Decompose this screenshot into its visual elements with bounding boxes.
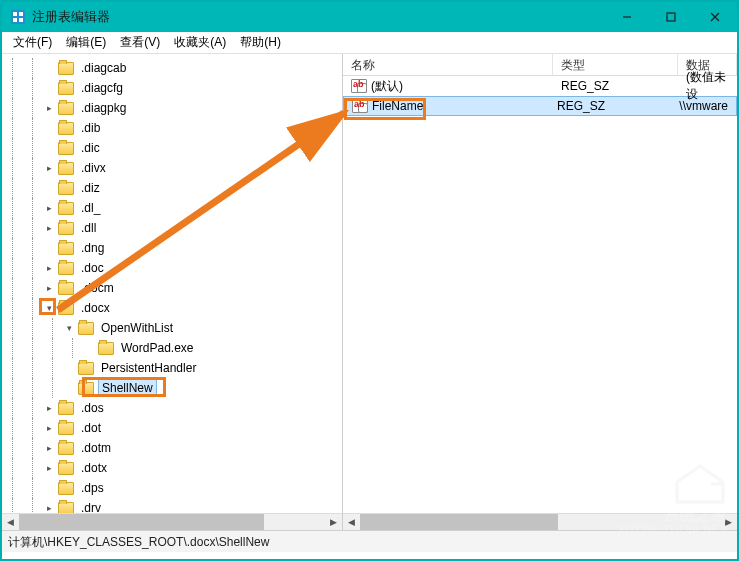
tree-item[interactable]: ▸.dot	[2, 418, 342, 438]
folder-icon	[58, 202, 74, 215]
tree-item-label: ShellNew	[98, 379, 157, 397]
tree-item[interactable]: ShellNew	[2, 378, 342, 398]
tree-item[interactable]: ▸.dotm	[2, 438, 342, 458]
folder-icon	[58, 62, 74, 75]
menu-favorites[interactable]: 收藏夹(A)	[167, 32, 233, 53]
scrollbar-thumb[interactable]	[360, 514, 558, 530]
expand-icon[interactable]: ▸	[42, 101, 56, 115]
tree-item-label: .dll	[78, 220, 99, 236]
expand-icon[interactable]: ▸	[42, 421, 56, 435]
tree-item-label: .docm	[78, 280, 117, 296]
expand-icon[interactable]: ▸	[42, 221, 56, 235]
tree-item[interactable]: ▸.dl_	[2, 198, 342, 218]
folder-icon	[58, 102, 74, 115]
expand-icon[interactable]: ▸	[42, 261, 56, 275]
tree-item[interactable]: ▾OpenWithList	[2, 318, 342, 338]
scroll-left-icon[interactable]: ◀	[343, 514, 360, 531]
tree-item[interactable]: .diz	[2, 178, 342, 198]
tree-item[interactable]: ▸.diagpkg	[2, 98, 342, 118]
svg-rect-3	[13, 18, 17, 22]
tree-item[interactable]: .diagcfg	[2, 78, 342, 98]
tree-item[interactable]: .diagcab	[2, 58, 342, 78]
tree-pane: .diagcab.diagcfg▸.diagpkg.dib.dic▸.divx.…	[2, 54, 343, 530]
minimize-button[interactable]	[605, 2, 649, 32]
tree-item[interactable]: .dic	[2, 138, 342, 158]
folder-icon	[78, 382, 94, 395]
menu-edit[interactable]: 编辑(E)	[59, 32, 113, 53]
tree-item[interactable]: .dng	[2, 238, 342, 258]
folder-icon	[78, 362, 94, 375]
tree-item-label: .dotx	[78, 460, 110, 476]
expand-icon[interactable]: ▸	[42, 201, 56, 215]
tree-item-label: .dot	[78, 420, 104, 436]
tree-item-label: OpenWithList	[98, 320, 176, 336]
tree-item-label: .divx	[78, 160, 109, 176]
folder-icon	[98, 342, 114, 355]
scroll-left-icon[interactable]: ◀	[2, 514, 19, 531]
value-row[interactable]: FileNameREG_SZ\\vmware	[343, 96, 737, 116]
tree-item[interactable]: WordPad.exe	[2, 338, 342, 358]
tree-item-label: .dl_	[78, 200, 103, 216]
svg-rect-1	[13, 12, 17, 16]
expand-icon[interactable]: ▸	[42, 461, 56, 475]
menu-file[interactable]: 文件(F)	[6, 32, 59, 53]
close-button[interactable]	[693, 2, 737, 32]
scrollbar-thumb[interactable]	[19, 514, 264, 530]
value-name: (默认)	[371, 78, 403, 95]
folder-icon	[58, 402, 74, 415]
menu-bar: 文件(F) 编辑(E) 查看(V) 收藏夹(A) 帮助(H)	[2, 32, 737, 54]
tree-item-label: .dng	[78, 240, 107, 256]
collapse-icon[interactable]: ▾	[62, 321, 76, 335]
tree-item[interactable]: .dib	[2, 118, 342, 138]
tree-item[interactable]: ▸.docm	[2, 278, 342, 298]
regedit-icon	[10, 9, 26, 25]
value-data: \\vmware	[671, 99, 736, 113]
menu-view[interactable]: 查看(V)	[113, 32, 167, 53]
tree-item[interactable]: ▸.dotx	[2, 458, 342, 478]
collapse-icon[interactable]: ▾	[42, 301, 56, 315]
svg-rect-2	[19, 12, 23, 16]
folder-icon	[58, 182, 74, 195]
menu-help[interactable]: 帮助(H)	[233, 32, 288, 53]
folder-icon	[58, 442, 74, 455]
tree-item[interactable]: ▸.divx	[2, 158, 342, 178]
expand-icon[interactable]: ▸	[42, 441, 56, 455]
string-value-icon	[352, 99, 368, 113]
folder-icon	[58, 82, 74, 95]
tree-item-label: .diagpkg	[78, 100, 129, 116]
list-hscrollbar[interactable]: ◀ ▶	[343, 513, 737, 530]
maximize-button[interactable]	[649, 2, 693, 32]
tree-item-label: .dotm	[78, 440, 114, 456]
scroll-right-icon[interactable]: ▶	[325, 514, 342, 531]
status-bar: 计算机\HKEY_CLASSES_ROOT\.docx\ShellNew	[2, 530, 737, 552]
tree-item[interactable]: ▾.docx	[2, 298, 342, 318]
svg-rect-4	[19, 18, 23, 22]
column-type[interactable]: 类型	[553, 54, 678, 75]
tree-hscrollbar[interactable]: ◀ ▶	[2, 513, 342, 530]
tree-item-label: .dos	[78, 400, 107, 416]
folder-icon	[58, 122, 74, 135]
folder-icon	[58, 482, 74, 495]
value-type: REG_SZ	[553, 79, 678, 93]
tree-item[interactable]: .dps	[2, 478, 342, 498]
expand-icon[interactable]: ▸	[42, 161, 56, 175]
expand-icon[interactable]: ▸	[42, 281, 56, 295]
folder-icon	[58, 462, 74, 475]
tree-item[interactable]: ▸.dos	[2, 398, 342, 418]
tree-item[interactable]: ▸.dll	[2, 218, 342, 238]
value-data: (数值未设	[678, 69, 737, 103]
value-row[interactable]: (默认)REG_SZ(数值未设	[343, 76, 737, 96]
tree-item-label: PersistentHandler	[98, 360, 199, 376]
folder-icon	[58, 242, 74, 255]
expand-icon[interactable]: ▸	[42, 401, 56, 415]
scroll-right-icon[interactable]: ▶	[720, 514, 737, 531]
column-name[interactable]: 名称	[343, 54, 553, 75]
tree-item[interactable]: ▸.doc	[2, 258, 342, 278]
main-split: .diagcab.diagcfg▸.diagpkg.dib.dic▸.divx.…	[2, 54, 737, 530]
svg-rect-6	[667, 13, 675, 21]
tree-item-label: .diagcfg	[78, 80, 126, 96]
registry-tree[interactable]: .diagcab.diagcfg▸.diagpkg.dib.dic▸.divx.…	[2, 54, 342, 530]
value-type: REG_SZ	[549, 99, 671, 113]
tree-item[interactable]: PersistentHandler	[2, 358, 342, 378]
tree-item-label: .diz	[78, 180, 103, 196]
